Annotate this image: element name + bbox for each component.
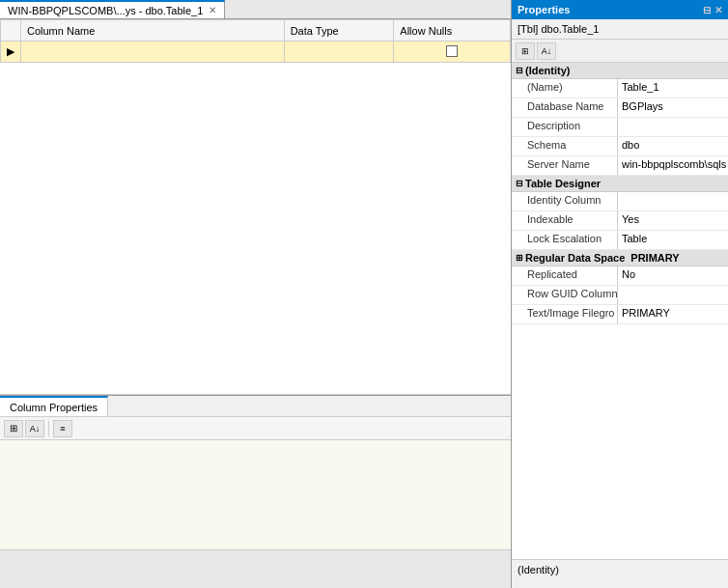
- properties-content: ⊟ (Identity) (Name) Table_1 Database Nam…: [512, 63, 728, 559]
- properties-subtitle: [Tbl] dbo.Table_1: [512, 19, 728, 40]
- toolbar-separator: [48, 421, 49, 436]
- column-name-cell[interactable]: [21, 42, 285, 63]
- prop-row-indexable: Indexable Yes: [512, 211, 728, 231]
- tab-bar: WIN-BBPQPLSCOMB\...ys - dbo.Table_1 ✕: [0, 0, 511, 19]
- column-properties-content: [0, 440, 511, 549]
- prop-row-identity-column: Identity Column: [512, 192, 728, 211]
- prop-database-name-value: BGPlays: [618, 98, 728, 117]
- pin-icon[interactable]: ⊟: [703, 5, 711, 15]
- tab-label: WIN-BBPQPLSCOMB\...ys - dbo.Table_1: [8, 5, 203, 16]
- prop-description-value: [618, 118, 728, 136]
- header-icons: ⊟ ✕: [703, 5, 722, 15]
- column-properties-tab[interactable]: Column Properties: [0, 396, 108, 416]
- prop-text-image-filegroup-value: PRIMARY: [618, 305, 728, 323]
- table-designer-collapse-icon: ⊟: [516, 179, 523, 188]
- prop-database-name-label: Database Name: [512, 98, 618, 117]
- prop-row-row-guid-column: Row GUID Column: [512, 286, 728, 305]
- tab-close-icon[interactable]: ✕: [209, 5, 216, 15]
- prop-replicated-value: No: [618, 266, 728, 285]
- prop-row-name: (Name) Table_1: [512, 79, 728, 98]
- properties-title: Properties: [518, 4, 570, 15]
- prop-row-server-name: Server Name win-bbpqplscomb\sqls: [512, 156, 728, 176]
- prop-row-description: Description: [512, 118, 728, 137]
- properties-header: Properties ⊟ ✕: [512, 0, 728, 19]
- prop-row-guid-column-value: [618, 286, 728, 304]
- prop-indexable-label: Indexable: [512, 211, 618, 230]
- prop-name-value: Table_1: [618, 79, 728, 98]
- prop-lock-escalation-label: Lock Escalation: [512, 231, 618, 249]
- properties-panel: Properties ⊟ ✕ [Tbl] dbo.Table_1 ⊞ A↓ ⊟ …: [512, 0, 728, 588]
- table-editor: Column Name Data Type Allow Nulls ▶: [0, 19, 511, 395]
- identity-section-header[interactable]: ⊟ (Identity): [512, 63, 728, 79]
- properties-footer-label: (Identity): [518, 564, 559, 575]
- data-type-cell[interactable]: [284, 42, 394, 63]
- prop-row-schema: Schema dbo: [512, 137, 728, 156]
- column-name-header: Column Name: [21, 20, 285, 42]
- properties-page-icon: ≡: [60, 424, 65, 434]
- table-row[interactable]: ▶: [1, 42, 511, 63]
- column-props-tab-bar: Column Properties: [0, 396, 511, 417]
- column-properties-tab-label: Column Properties: [10, 402, 98, 413]
- prop-identity-column-label: Identity Column: [512, 192, 618, 210]
- data-type-header: Data Type: [284, 20, 394, 42]
- prop-schema-value: dbo: [618, 137, 728, 155]
- props-sort-button[interactable]: A↓: [537, 42, 556, 60]
- allow-nulls-cell[interactable]: [394, 42, 511, 63]
- az-sort-icon: A↓: [30, 424, 41, 434]
- left-panel: WIN-BBPQPLSCOMB\...ys - dbo.Table_1 ✕ Co…: [0, 0, 512, 588]
- prop-server-name-value: win-bbpqplscomb\sqls: [618, 156, 728, 175]
- regular-data-space-label: Regular Data Space: [525, 252, 625, 264]
- props-categorized-icon: ⊞: [521, 46, 529, 56]
- prop-server-name-label: Server Name: [512, 156, 618, 175]
- column-name-input[interactable]: [27, 46, 278, 58]
- close-icon[interactable]: ✕: [714, 5, 722, 15]
- sort-button[interactable]: A↓: [25, 420, 44, 437]
- categorized-icon: ⊞: [10, 423, 17, 434]
- main-tab[interactable]: WIN-BBPQPLSCOMB\...ys - dbo.Table_1 ✕: [0, 0, 225, 18]
- table-designer-section-header[interactable]: ⊟ Table Designer: [512, 176, 728, 192]
- column-properties-bottom: [0, 549, 511, 588]
- regular-data-space-section-header[interactable]: ⊞ Regular Data Space PRIMARY: [512, 250, 728, 266]
- prop-name-label: (Name): [512, 79, 618, 98]
- allow-nulls-checkbox[interactable]: [446, 45, 458, 57]
- allow-nulls-header: Allow Nulls: [394, 20, 511, 42]
- identity-section-label: (Identity): [525, 65, 570, 76]
- prop-row-guid-column-label: Row GUID Column: [512, 286, 618, 304]
- props-categorized-button[interactable]: ⊞: [516, 42, 535, 60]
- categorized-button[interactable]: ⊞: [4, 420, 23, 437]
- prop-lock-escalation-value: Table: [618, 231, 728, 249]
- prop-replicated-label: Replicated: [512, 266, 618, 285]
- prop-row-text-image-filegroup: Text/Image Filegro PRIMARY: [512, 305, 728, 324]
- properties-toolbar: ⊞ A↓: [512, 40, 728, 63]
- prop-indexable-value: Yes: [618, 211, 728, 230]
- properties-page-button[interactable]: ≡: [53, 420, 72, 437]
- row-indicator-header: [1, 20, 21, 42]
- regular-data-space-expand-icon: ⊞: [516, 253, 523, 263]
- table-designer-section-label: Table Designer: [525, 178, 601, 189]
- prop-row-replicated: Replicated No: [512, 266, 728, 286]
- prop-description-label: Description: [512, 118, 618, 136]
- prop-text-image-filegroup-label: Text/Image Filegro: [512, 305, 618, 323]
- prop-row-lock-escalation: Lock Escalation Table: [512, 231, 728, 250]
- prop-schema-label: Schema: [512, 137, 618, 155]
- identity-collapse-icon: ⊟: [516, 66, 523, 75]
- prop-identity-column-value: [618, 192, 728, 210]
- column-props-toolbar: ⊞ A↓ ≡: [0, 417, 511, 440]
- column-table: Column Name Data Type Allow Nulls ▶: [0, 19, 511, 63]
- properties-footer: (Identity): [512, 559, 728, 588]
- prop-row-database-name: Database Name BGPlays: [512, 98, 728, 118]
- regular-data-space-value: PRIMARY: [627, 252, 724, 264]
- props-sort-icon: A↓: [542, 46, 552, 56]
- column-properties-panel: Column Properties ⊞ A↓ ≡: [0, 395, 511, 588]
- row-arrow-cell: ▶: [1, 42, 21, 63]
